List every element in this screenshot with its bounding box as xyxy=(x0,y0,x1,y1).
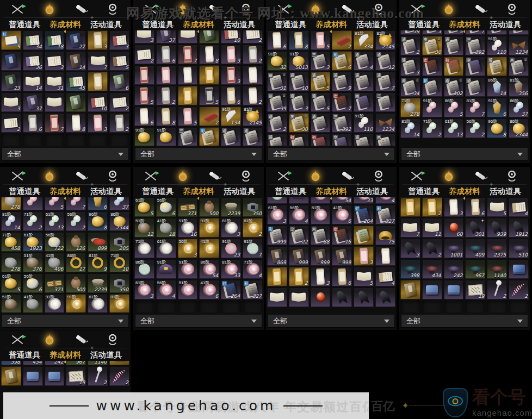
item-tile[interactable]: 3 xyxy=(45,51,65,71)
item-tile[interactable]: 4 xyxy=(509,197,529,217)
item-tile[interactable]: 71阶2 xyxy=(23,211,43,231)
item-tile[interactable]: 2 xyxy=(109,366,129,386)
item-tile[interactable] xyxy=(178,86,198,105)
tab-养成材料[interactable]: 养成材料 xyxy=(50,186,81,197)
item-tile[interactable]: 56阶4 xyxy=(289,205,309,224)
item-tile[interactable]: 彩327 xyxy=(243,280,263,299)
item-tile[interactable]: 56阶4 xyxy=(156,280,176,299)
item-tile[interactable] xyxy=(375,246,395,266)
item-tile[interactable]: 通 xyxy=(487,57,507,76)
item-tile[interactable]: 2239 xyxy=(221,197,241,217)
item-tile[interactable]: 81阶9 xyxy=(88,253,108,272)
item-tile[interactable]: 最♕39 xyxy=(267,92,287,112)
item-tile[interactable] xyxy=(267,267,287,286)
item-tile[interactable]: 最♕34 xyxy=(400,77,420,97)
item-tile[interactable] xyxy=(88,72,108,91)
item-tile[interactable]: 242 xyxy=(444,259,464,279)
item-tile[interactable]: 91阶16 xyxy=(178,218,198,237)
item-tile[interactable]: 91阶6 xyxy=(88,197,108,210)
item-tile[interactable] xyxy=(243,301,263,312)
item-tile[interactable]: 51阶 xyxy=(1,294,21,312)
item-tile[interactable]: 通 xyxy=(311,113,331,133)
item-tile[interactable]: 86阶 xyxy=(134,259,154,279)
swords-icon[interactable] xyxy=(408,170,426,183)
item-tile[interactable]: 2239 xyxy=(88,273,108,293)
item-tile[interactable]: 6 xyxy=(267,30,287,50)
item-tile[interactable] xyxy=(422,280,442,299)
item-tile[interactable]: 967 xyxy=(465,259,485,279)
filter-dropdown[interactable]: 全部 xyxy=(268,148,394,160)
item-tile[interactable]: 18 xyxy=(45,30,65,50)
filter-dropdown[interactable]: 全部 xyxy=(401,315,528,327)
item-tile[interactable]: 37 xyxy=(23,92,43,112)
item-tile[interactable]: 91阶23 xyxy=(221,239,241,258)
item-tile[interactable] xyxy=(422,301,442,312)
tab-活动道具[interactable]: 活动道具 xyxy=(490,186,521,197)
item-tile[interactable]: 999 xyxy=(332,246,352,266)
item-tile[interactable] xyxy=(199,65,219,85)
item-tile[interactable]: 60 xyxy=(444,218,464,237)
item-tile[interactable]: 2 xyxy=(199,107,219,126)
item-tile[interactable] xyxy=(444,301,464,312)
item-tile[interactable]: 2 xyxy=(109,92,129,112)
item-tile[interactable]: 81阶33 xyxy=(221,259,241,279)
item-tile[interactable]: 81阶2 xyxy=(243,218,263,237)
item-tile[interactable]: 81阶33 xyxy=(354,197,374,204)
item-tile[interactable]: 1234 xyxy=(375,113,395,133)
item-tile[interactable] xyxy=(23,366,43,386)
item-tile[interactable]: 510 xyxy=(509,239,529,258)
item-tile[interactable] xyxy=(400,197,420,217)
item-tile[interactable]: 999 xyxy=(289,246,309,266)
item-tile[interactable]: 91阶 xyxy=(66,294,86,312)
item-tile[interactable]: 81阶2145 xyxy=(243,107,263,126)
tab-普通道具[interactable]: 普通道具 xyxy=(9,186,40,197)
item-tile[interactable]: 91阶 xyxy=(23,197,43,210)
item-tile[interactable] xyxy=(88,134,108,146)
item-tile[interactable]: 398 xyxy=(1,361,21,365)
item-tile[interactable]: ✦301 xyxy=(465,218,485,237)
pouch-icon[interactable] xyxy=(306,170,325,183)
item-tile[interactable]: 51阶 xyxy=(178,280,198,299)
item-tile[interactable]: 81阶7 xyxy=(66,197,86,210)
item-tile[interactable]: 通 xyxy=(354,134,374,146)
item-tile[interactable]: 81阶14 xyxy=(1,211,21,231)
item-tile[interactable]: 91阶 xyxy=(45,294,65,312)
item-tile[interactable]: 56阶722 xyxy=(45,232,65,252)
item-tile[interactable]: 91阶6 xyxy=(487,98,507,117)
item-tile[interactable] xyxy=(156,65,176,85)
item-tile[interactable]: 1140 xyxy=(487,259,507,279)
tab-养成材料[interactable]: 养成材料 xyxy=(316,186,347,197)
item-tile[interactable]: 固 xyxy=(354,92,374,112)
item-tile[interactable]: 81阶7 xyxy=(465,98,485,117)
item-tile[interactable]: 空 xyxy=(465,57,485,76)
item-tile[interactable]: 4 xyxy=(375,267,395,286)
item-tile[interactable]: 434 xyxy=(23,361,43,365)
item-tile[interactable] xyxy=(199,30,219,43)
item-tile[interactable]: 虹5 xyxy=(1,30,21,50)
item-tile[interactable] xyxy=(134,301,154,312)
item-tile[interactable] xyxy=(243,65,263,85)
filter-dropdown[interactable]: 全部 xyxy=(2,148,128,160)
item-tile[interactable]: 1001 xyxy=(444,239,464,258)
item-tile[interactable]: 61阶5 xyxy=(1,273,21,293)
item-tile[interactable]: 91阶 xyxy=(178,259,198,279)
swords-icon[interactable] xyxy=(142,170,160,183)
item-tile[interactable]: 398 xyxy=(400,259,420,279)
item-tile[interactable]: 2375 xyxy=(487,239,507,258)
item-tile[interactable] xyxy=(109,134,129,146)
item-tile[interactable]: 500 xyxy=(199,197,219,217)
item-tile[interactable] xyxy=(66,92,86,112)
item-tile[interactable]: 2 xyxy=(289,267,309,286)
item-tile[interactable]: 81阶 xyxy=(88,294,108,312)
item-tile[interactable]: 7 xyxy=(88,51,108,71)
item-tile[interactable]: 371 xyxy=(178,197,198,217)
item-tile[interactable] xyxy=(332,287,352,307)
item-tile[interactable] xyxy=(400,301,420,312)
item-tile[interactable]: 通3 xyxy=(400,57,420,76)
item-tile[interactable]: 凤88 xyxy=(311,226,331,245)
item-tile[interactable]: 86阶54 xyxy=(199,259,219,279)
item-tile[interactable]: 86阶14 xyxy=(487,77,507,97)
item-tile[interactable]: 6 xyxy=(109,72,129,91)
item-tile[interactable]: 通7 xyxy=(375,72,395,91)
item-tile[interactable] xyxy=(509,259,529,279)
